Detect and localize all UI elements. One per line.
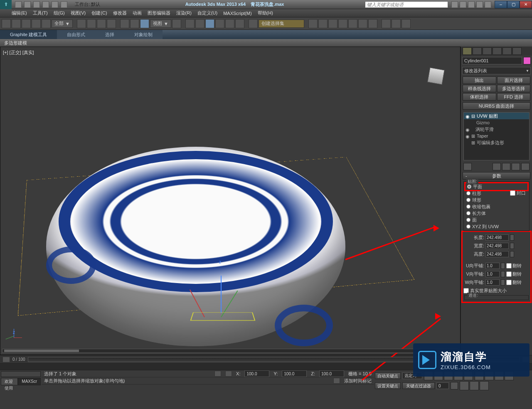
radio-xyz[interactable]: XYZ 到 UVW — [466, 223, 527, 230]
object-name-field[interactable]: Cylinder001 — [462, 57, 522, 64]
cap-checkbox[interactable]: 封口 — [510, 190, 526, 196]
menu-create[interactable]: 创建(C) — [91, 10, 107, 16]
bind-spacewarp-icon[interactable] — [42, 19, 51, 28]
qat-save-icon[interactable] — [33, 1, 40, 8]
ribbon-tab-freeform[interactable]: 自由形式 — [57, 30, 95, 39]
btn-spline-select[interactable]: 样条线选择 — [463, 85, 496, 92]
move-icon[interactable] — [120, 19, 129, 28]
z-coord-field[interactable]: 100.0 — [319, 370, 344, 377]
radio-spherical[interactable]: 球形 — [466, 197, 527, 203]
length-spin-btns[interactable] — [510, 234, 514, 241]
render-icon[interactable] — [401, 19, 411, 28]
v-flip-check[interactable]: 翻转 — [506, 271, 522, 277]
select-manipulate-icon[interactable] — [185, 19, 195, 28]
ref-coord-system[interactable]: 视图 ▼ — [150, 20, 171, 28]
qat-new-icon[interactable] — [15, 1, 22, 8]
ribbon-tab-modeling[interactable]: Graphite 建模工具 — [0, 30, 57, 39]
scale-icon[interactable] — [140, 19, 149, 28]
time-config-icon[interactable] — [451, 382, 458, 389]
snap-toggle-icon[interactable] — [205, 19, 214, 28]
minimize-button[interactable]: – — [495, 1, 507, 8]
menu-views[interactable]: 视图(V) — [71, 10, 86, 16]
qat-open-icon[interactable] — [24, 1, 31, 8]
ribbon-tab-paint[interactable]: 对象绘制 — [124, 30, 163, 39]
w-spin-btns[interactable] — [501, 279, 505, 286]
stack-item-gizmo[interactable]: Gizmo — [464, 119, 529, 126]
width-spinner[interactable] — [485, 243, 509, 249]
selection-filter[interactable]: 全部 ▼ — [52, 20, 73, 28]
edit-named-sel-icon[interactable] — [249, 19, 258, 28]
pin-stack-icon[interactable] — [463, 163, 472, 170]
timeline-config-icon[interactable] — [2, 357, 10, 362]
pan-icon[interactable] — [460, 381, 469, 390]
infocenter-search-icon[interactable] — [451, 1, 458, 8]
btn-vol-select[interactable]: 体积选择 — [463, 93, 496, 101]
workspace-selector[interactable]: 工作台: 默认 — [71, 1, 104, 7]
btn-ffd-select[interactable]: FFD 选择 — [497, 93, 531, 101]
mirror-icon[interactable] — [308, 19, 318, 28]
menu-rendering[interactable]: 渲染(R) — [176, 10, 192, 16]
percent-snap-icon[interactable] — [225, 19, 234, 28]
menu-tools[interactable]: 工具(T) — [33, 10, 48, 16]
qat-undo-icon[interactable] — [42, 1, 49, 8]
btn-poly-select[interactable]: 多边形选择 — [497, 85, 531, 92]
menu-group[interactable]: 组(G) — [54, 10, 65, 16]
modifier-stack[interactable]: ◉⊟UVW 贴图 Gizmo ◉ 涡轮平滑 ◉⊞Taper ⊞可编辑多边形 — [463, 112, 530, 160]
length-spinner[interactable] — [485, 234, 509, 241]
orbit-icon[interactable] — [470, 381, 479, 390]
render-setup-icon[interactable] — [382, 19, 391, 28]
pivot-center-icon[interactable] — [172, 19, 181, 28]
curve-editor-icon[interactable] — [348, 19, 357, 28]
qat-redo-icon[interactable] — [52, 1, 58, 8]
viewport[interactable]: [+] [正交] [真实] z z — [0, 47, 461, 355]
layers-icon[interactable] — [328, 19, 337, 28]
named-selection-set[interactable]: 创建选择集 — [259, 20, 304, 28]
rotate-icon[interactable] — [130, 19, 139, 28]
menu-modifiers[interactable]: 修改器 — [113, 10, 127, 16]
align-icon[interactable] — [318, 19, 328, 28]
maximize-button[interactable]: ▢ — [507, 1, 520, 8]
tab-motion-icon[interactable] — [493, 47, 502, 55]
select-object-icon[interactable] — [77, 19, 86, 28]
graphite-ribbon-icon[interactable] — [338, 19, 347, 28]
object-color-swatch[interactable] — [523, 57, 531, 64]
x-coord-field[interactable]: 100.0 — [244, 370, 269, 377]
undo-icon[interactable] — [2, 19, 11, 28]
radio-shrink[interactable]: 收缩包裹 — [466, 203, 527, 210]
width-spin-btns[interactable] — [510, 243, 514, 249]
window-crossing-icon[interactable] — [107, 19, 116, 28]
isolate-icon[interactable] — [225, 371, 232, 377]
lock-selection-icon[interactable] — [214, 371, 221, 377]
v-tile-spinner[interactable] — [485, 271, 500, 277]
tab-create-icon[interactable] — [463, 47, 472, 55]
menu-animation[interactable]: 动画 — [133, 10, 142, 16]
y-coord-field[interactable]: 100.0 — [282, 370, 307, 377]
view-cube[interactable] — [424, 64, 448, 89]
maximize-viewport-icon[interactable] — [480, 381, 489, 390]
menu-edit[interactable]: 编辑(E) — [12, 10, 27, 16]
subscription-icon[interactable] — [460, 1, 466, 8]
app-logo[interactable]: ⬆ — [0, 0, 12, 9]
show-end-result-icon[interactable] — [493, 163, 501, 170]
remove-modifier-icon[interactable] — [512, 163, 520, 170]
redo-icon[interactable] — [12, 19, 21, 28]
radio-face[interactable]: 面 — [466, 217, 527, 223]
height-spinner[interactable] — [485, 251, 509, 257]
unlink-icon[interactable] — [32, 19, 41, 28]
btn-nurbs-select[interactable]: NURBS 曲面选择 — [463, 102, 530, 110]
u-flip-check[interactable]: 翻转 — [506, 263, 522, 269]
tab-modify-icon[interactable] — [473, 47, 482, 55]
select-by-name-icon[interactable] — [87, 19, 96, 28]
u-spin-btns[interactable] — [501, 263, 505, 269]
menu-maxscript[interactable]: MAXScript(M) — [223, 11, 251, 16]
spinner-snap-icon[interactable] — [235, 19, 244, 28]
w-flip-check[interactable]: 翻转 — [506, 279, 522, 286]
btn-patch-select[interactable]: 面片选择 — [497, 76, 531, 84]
ribbon-tab-selection[interactable]: 选择 — [95, 30, 124, 39]
qat-link-icon[interactable] — [61, 1, 67, 8]
rendered-frame-icon[interactable] — [392, 19, 401, 28]
schematic-view-icon[interactable] — [358, 19, 367, 28]
viewport-label[interactable]: [+] [正交] [真实] — [3, 49, 34, 56]
viewport-h-scrollbar[interactable] — [2, 349, 458, 353]
radio-box[interactable]: 长方体 — [466, 210, 527, 217]
